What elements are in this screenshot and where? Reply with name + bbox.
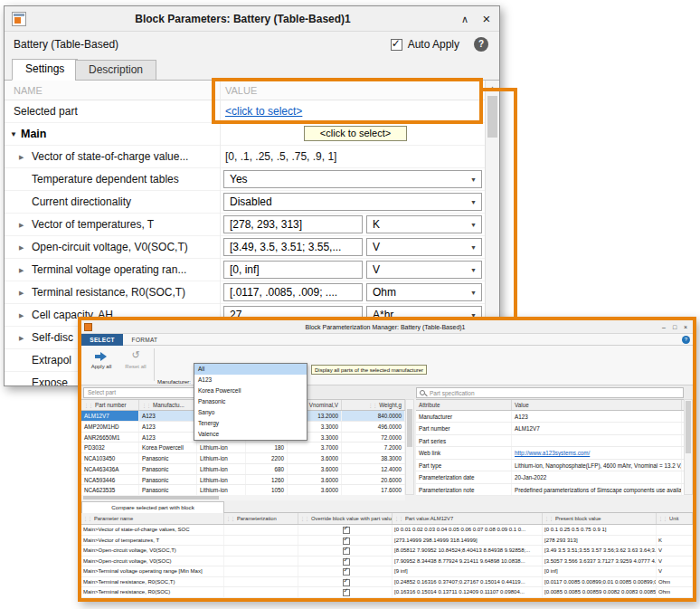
part-table-row[interactable]: NCA463436A Panasonic Lithium-ion 680 3.6… [81, 464, 405, 475]
compare-tab[interactable]: Compare selected part with block [81, 501, 224, 513]
cell-parameter-name: Main>Vector of temperatures, T [81, 536, 224, 546]
ribbon-tab-select[interactable]: SELECT [81, 334, 123, 346]
search-icon [420, 390, 425, 395]
expand-arrow-icon[interactable]: ▶ [19, 214, 24, 236]
override-checkbox[interactable]: ✓ [343, 558, 350, 566]
col-attribute[interactable]: Attribute [416, 400, 512, 410]
reset-all-button[interactable]: ↺ Reset all [119, 348, 152, 374]
parameter-input[interactable]: [278, 293, 313] [223, 215, 363, 233]
collapse-arrow-icon[interactable]: ▼ [10, 123, 17, 146]
ribbon-tab-format[interactable]: FORMAT [123, 334, 166, 346]
part-specification-search[interactable]: Part specification [416, 387, 684, 398]
manager-help-button[interactable]: ? [682, 336, 690, 344]
cell-vnominal: 3.6000 [288, 485, 342, 495]
section-row-main[interactable]: ▼ Main [5, 123, 485, 146]
dropdown-option[interactable]: Sanyo [194, 407, 307, 418]
spec-table-scrollbar[interactable] [684, 399, 693, 495]
unit-dropdown[interactable]: K ▼ [366, 215, 482, 233]
parameter-row: ▶ Current directionality Disabled Disabl… [5, 191, 485, 214]
expand-arrow-icon[interactable]: ▶ [19, 304, 24, 327]
dropdown-option[interactable]: A123 [194, 375, 307, 385]
override-checkbox[interactable]: ✓ [343, 538, 350, 545]
maximize-button[interactable]: □ [669, 320, 680, 334]
scrollbar-thumb[interactable] [487, 96, 497, 138]
col-unit[interactable]: Unit [657, 513, 693, 524]
dropdown-option[interactable]: Korea Powercell [194, 385, 307, 396]
parameter-value[interactable]: [0, .1, .25, .5, .75, .9, 1] [225, 146, 336, 168]
scrollbar-thumb[interactable] [686, 401, 691, 453]
override-checkbox[interactable]: ✓ [343, 527, 350, 534]
dropdown-option[interactable]: All [194, 364, 307, 375]
manager-ribbon-tab-bar: SELECT FORMAT ? [81, 334, 693, 346]
parameterization-manager-window: Block Parameterization Manager: Battery … [78, 317, 696, 602]
col-manufacturer[interactable]: Manufactu... [139, 400, 197, 410]
col-present-block-value[interactable]: Present block value [543, 513, 657, 524]
parameter-name: Temperature dependent tables [32, 168, 179, 191]
dropdown-option[interactable]: Panasonic [194, 396, 307, 407]
cell-part-value: [8.05812 7.90952 10.84524;8.40413 8.8493… [393, 546, 543, 556]
cell-manufacturer: Panasonic [139, 453, 197, 463]
override-checkbox[interactable]: ✓ [343, 547, 350, 555]
override-checkbox[interactable]: ✓ [343, 579, 350, 586]
compare-table-row: Main>Vector of state-of-charge values, S… [81, 525, 693, 536]
col-value[interactable]: Value [512, 400, 682, 410]
unit-dropdown[interactable]: V ▼ [366, 238, 482, 256]
col-weight[interactable]: Weight,g [342, 400, 405, 410]
cell-attribute: Part series [416, 435, 512, 446]
cell-type: Lithium-ion [197, 442, 246, 452]
cell-type: Lithium-ion [197, 475, 246, 485]
manager-titlebar[interactable]: Block Parameterization Manager: Battery … [81, 320, 693, 334]
scrollbar-thumb[interactable] [407, 409, 412, 447]
help-button[interactable]: ? [474, 37, 488, 52]
col-parameter-name[interactable]: Parameter name [81, 513, 224, 524]
cell-part-number: AMP20M1HD [81, 422, 139, 432]
part-table-row[interactable]: NCA103450 Panasonic Lithium-ion 2200 3.6… [81, 453, 405, 464]
parameter-input[interactable]: [.0117, .0085, .009; .... [223, 283, 363, 301]
close-window-button[interactable]: × [476, 6, 497, 32]
parameter-input[interactable]: [0, inf] [223, 261, 363, 279]
parameter-name: Current directionality [32, 191, 131, 214]
cell-block-value: [0.0085 0.0085 0.00859 0.0082 0.0083 0.0… [543, 587, 657, 597]
cell-manufacturer: Korea Powercell [139, 442, 197, 452]
expand-arrow-icon[interactable]: ▶ [19, 146, 24, 168]
cell-unit [657, 525, 693, 535]
auto-apply-control[interactable]: ✓ Auto Apply [391, 32, 459, 57]
expand-arrow-icon[interactable]: ▶ [19, 327, 24, 349]
manager-content: Block Parameterization Manager: Battery … [81, 320, 693, 598]
cell-attribute: Web link [416, 447, 512, 458]
parameter-input[interactable]: [3.49, 3.5, 3.51; 3.55,... [223, 238, 363, 256]
close-button[interactable]: × [680, 320, 691, 334]
input-value: [3.49, 3.5, 3.51; 3.55,... [230, 239, 362, 255]
col-parameterization[interactable]: Parameterization [224, 513, 298, 524]
scrollbar-thumb[interactable] [83, 496, 219, 500]
unit-dropdown[interactable]: V ▼ [366, 261, 482, 279]
dialog-titlebar[interactable]: Block Parameters: Battery (Table-Based)1… [5, 6, 499, 32]
expand-arrow-icon[interactable]: ▶ [19, 281, 24, 304]
part-table-scrollbar[interactable] [405, 399, 414, 495]
unit-dropdown[interactable]: Ohm ▼ [366, 283, 482, 301]
col-part-value[interactable]: Part value:ALM12V7 [393, 513, 543, 524]
auto-apply-checkbox[interactable]: ✓ [391, 39, 402, 51]
parameter-dropdown[interactable]: Yes ▼ [223, 170, 482, 188]
dropdown-option[interactable]: Valence [194, 429, 307, 440]
cell-weight: 12.4000 [342, 464, 405, 474]
col-part-number[interactable]: Part number [81, 400, 139, 410]
unit-value: K [373, 216, 481, 233]
cell-capacity: 1260 [246, 475, 288, 485]
expand-arrow-icon[interactable]: ▶ [19, 259, 24, 281]
expand-arrow-icon[interactable]: ▶ [19, 236, 24, 259]
dropdown-option[interactable]: Tenergy [194, 418, 307, 429]
cell-weight: 496.0000 [342, 422, 405, 432]
override-checkbox[interactable]: ✓ [343, 589, 350, 596]
tab-description[interactable]: Description [75, 60, 156, 81]
minimize-button[interactable]: – [658, 320, 669, 334]
part-table-row[interactable]: PD3032 Korea Powercell Lithium-ion 180 3… [81, 442, 405, 453]
col-override[interactable]: Override block value with part value [298, 513, 393, 524]
tab-settings[interactable]: Settings [12, 59, 78, 81]
collapse-window-button[interactable]: ∧ [454, 6, 476, 32]
part-table-row[interactable]: NCA593446 Panasonic Lithium-ion 1260 3.6… [81, 475, 405, 486]
apply-all-button[interactable]: Apply all [85, 348, 118, 374]
parameter-dropdown[interactable]: Disabled ▼ [223, 193, 482, 211]
cell-part-number: ANR26650M1 [81, 433, 139, 442]
override-checkbox[interactable]: ✓ [343, 568, 350, 576]
